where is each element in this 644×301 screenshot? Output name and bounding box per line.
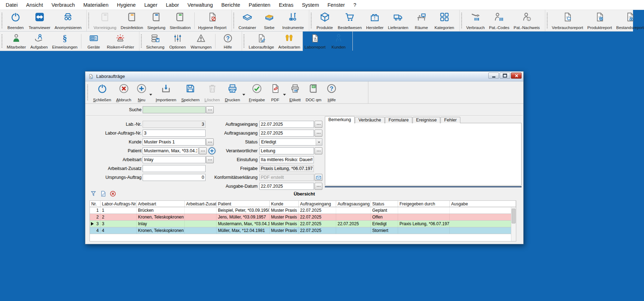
window-toolbar-button[interactable]: Etikett xyxy=(287,82,303,103)
toolbar-button[interactable]: Optionen xyxy=(167,32,189,50)
column-header[interactable]: Auftragsausgang xyxy=(336,201,371,207)
table-row[interactable]: 4 4 Kronen, Teleskopkronen Müller, Max, … xyxy=(90,227,516,234)
window-toolbar-button[interactable]: ? Hilfe xyxy=(324,82,339,103)
toolbar-button[interactable]: Beenden xyxy=(5,11,27,31)
toolbar-button[interactable]: Hersteller xyxy=(364,11,386,31)
toolbar-button[interactable]: Sicherung xyxy=(144,32,167,50)
column-header[interactable]: Auftragseingang xyxy=(299,201,336,207)
menu-item[interactable]: Ansicht xyxy=(22,0,47,10)
menu-item[interactable]: Extras xyxy=(275,0,298,10)
toolbar-button[interactable]: Kategorien xyxy=(432,11,456,31)
menu-item[interactable]: Verwaltung xyxy=(183,0,217,10)
toolbar-button[interactable]: Teamviewer xyxy=(27,11,52,31)
tab[interactable]: Formulare xyxy=(385,117,412,123)
toolbar-button[interactable]: Kunden xyxy=(328,32,350,50)
menu-item[interactable]: Datei xyxy=(1,0,22,10)
column-header[interactable]: Nr. xyxy=(90,201,100,207)
toolbar-button[interactable]: Hygiene Report xyxy=(196,11,229,31)
toolbar-button[interactable]: Sterilisation xyxy=(167,11,192,31)
menu-item[interactable]: Patienten xyxy=(245,0,275,10)
maximize-button[interactable] xyxy=(500,73,510,79)
menu-item[interactable]: Labor xyxy=(162,0,183,10)
toolbar-button[interactable]: Produkte xyxy=(314,11,336,31)
toolbar-button[interactable]: Siebe xyxy=(258,11,280,31)
column-header[interactable]: Status xyxy=(371,201,398,207)
auftragsausgang-date-button[interactable] xyxy=(315,130,322,137)
toolbar-button[interactable]: Risiken+Fehler xyxy=(105,32,136,50)
column-header[interactable]: Arbeitsart-Zusatz xyxy=(185,201,217,207)
menu-item[interactable]: Materialien xyxy=(79,0,113,10)
status-dropdown[interactable]: Erledigt xyxy=(259,138,322,146)
toolbar-button[interactable]: § Einweisungen xyxy=(50,32,80,50)
toolbar-button[interactable]: Aufgaben xyxy=(28,32,50,50)
column-header[interactable]: Patient xyxy=(217,201,270,207)
einstufung-field[interactable] xyxy=(259,156,314,163)
filter-icon[interactable] xyxy=(90,190,97,197)
tab[interactable]: Verbräuche xyxy=(355,117,385,123)
window-toolbar-button[interactable]: Freigabe xyxy=(246,82,267,103)
dropdown-caret-icon[interactable] xyxy=(149,94,152,97)
toolbar-button[interactable] xyxy=(194,12,195,29)
toolbar-button[interactable]: Anonymisieren xyxy=(52,11,84,31)
tab[interactable]: Ereignisse xyxy=(413,117,440,123)
toolbar-button[interactable]: Lieferanten xyxy=(386,11,410,31)
window-toolbar-button[interactable]: Löschen xyxy=(202,82,223,103)
toolbar-button[interactable]: Warnungen xyxy=(189,32,214,50)
table-row[interactable]: 3 3 Inlay Mustermann, Max, *03.04.1971 M… xyxy=(90,221,516,227)
toolbar-button[interactable]: Geräte xyxy=(83,32,105,50)
toolbar-button[interactable]: Pat.-Codes xyxy=(487,11,512,31)
window-toolbar-button[interactable]: Importieren xyxy=(153,82,179,103)
dropdown-caret-icon[interactable] xyxy=(283,94,286,97)
toolbar-button[interactable]: Verbrauch xyxy=(464,11,487,31)
toolbar-button[interactable]: Desinfektion xyxy=(119,11,145,31)
toolbar-button[interactable]: Bestellwesen xyxy=(336,11,364,31)
toolbar-button[interactable]: Siegelung xyxy=(145,11,167,31)
window-toolbar-button[interactable]: Abbruch xyxy=(114,82,134,103)
search-browse-button[interactable] xyxy=(206,106,214,113)
filter-clear-icon[interactable] xyxy=(109,190,116,197)
toolbar-button[interactable]: Instrumente xyxy=(280,11,306,31)
toolbar-button[interactable]: Laboraufträge xyxy=(247,32,276,50)
chevron-down-icon[interactable] xyxy=(316,139,322,145)
auftragsausgang-field[interactable] xyxy=(259,130,314,137)
bemerkung-tab-content[interactable] xyxy=(325,123,522,186)
verantwortlicher-browse-button[interactable] xyxy=(315,147,322,154)
toolbar-button[interactable]: Container xyxy=(236,11,258,31)
tab[interactable]: Fehler xyxy=(441,117,460,123)
toolbar-button[interactable]: Verbrauchsreport xyxy=(550,11,585,31)
toolbar-button[interactable]: Arbeitsarten xyxy=(276,32,302,50)
close-button[interactable] xyxy=(511,73,522,79)
auftragseingang-field[interactable] xyxy=(259,121,314,128)
table-row[interactable]: 1 1 Brücken Beispiel, Peter, *03.09.1950… xyxy=(90,207,516,214)
toolbar-button[interactable]: Bestandsreport xyxy=(614,11,644,31)
search-input[interactable] xyxy=(143,106,206,113)
menu-item[interactable]: Hygiene xyxy=(113,0,140,10)
toolbar-button[interactable]: Mitarbeiter xyxy=(5,32,28,50)
toolbar-button[interactable]: ? Hilfe xyxy=(217,32,239,50)
menu-item[interactable]: Fenster xyxy=(323,0,349,10)
send-mail-button[interactable] xyxy=(315,174,322,181)
column-header[interactable]: Ausgabe xyxy=(450,201,516,207)
konformitaetserklaerung-field[interactable] xyxy=(259,174,314,181)
toolbar-button[interactable]: Produktreport xyxy=(585,11,614,31)
column-header[interactable]: Labor-Auftrags-Nr. xyxy=(100,201,137,207)
dropdown-caret-icon[interactable] xyxy=(242,94,245,97)
auftragseingang-date-button[interactable] xyxy=(315,121,322,128)
window-toolbar-button[interactable]: Neu xyxy=(134,82,149,103)
toolbar-button[interactable]: Räume xyxy=(410,11,432,31)
tab[interactable]: Bemerkung xyxy=(325,116,355,123)
column-header[interactable]: Freigegeben durch xyxy=(398,201,450,207)
toolbar-button[interactable] xyxy=(81,34,81,49)
window-toolbar-button[interactable]: Drucken xyxy=(222,82,242,103)
vertical-scrollbar[interactable] xyxy=(511,208,516,241)
window-titlebar[interactable]: Laboraufträge xyxy=(85,72,523,81)
window-toolbar-button[interactable]: QM DOC qm xyxy=(303,82,324,103)
minimize-button[interactable] xyxy=(488,73,499,79)
window-toolbar-button[interactable]: Schließen xyxy=(91,82,114,103)
window-toolbar-button[interactable]: Speichern xyxy=(179,82,202,103)
filter-edit-icon[interactable] xyxy=(100,190,107,197)
toolbar-button[interactable]: i Pat.-Nachweis xyxy=(511,11,542,31)
freigabe-field[interactable] xyxy=(259,165,314,172)
toolbar-button[interactable]: Laborreport xyxy=(302,32,327,50)
menu-item[interactable]: System xyxy=(298,0,323,10)
